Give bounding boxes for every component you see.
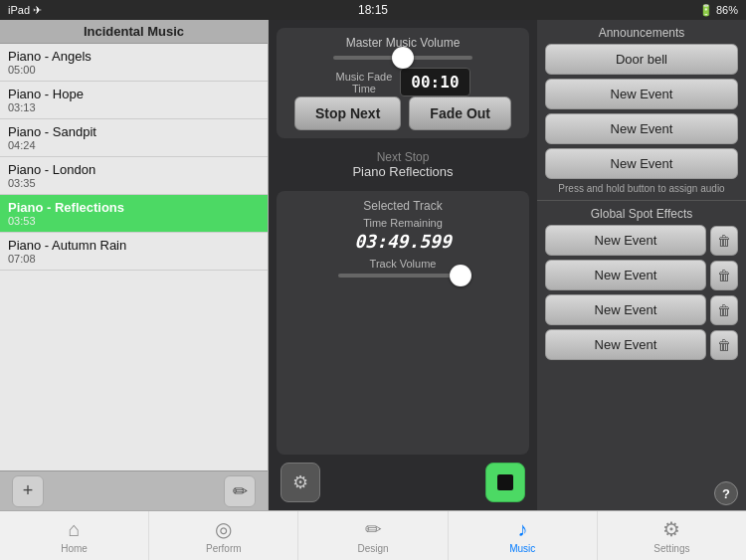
- tab-icon: ♪: [517, 518, 527, 541]
- master-volume-section: Master Music Volume Music FadeTime 00:10…: [277, 28, 529, 138]
- spot-effect-button[interactable]: New Event: [545, 329, 706, 360]
- announcement-button[interactable]: New Event: [545, 79, 738, 109]
- stop-next-button[interactable]: Stop Next: [294, 96, 401, 130]
- spot-effect-row: New Event 🗑: [545, 329, 738, 360]
- status-bar: iPad ✈ 18:15 🔋 86%: [0, 0, 746, 20]
- help-button[interactable]: ?: [714, 481, 738, 505]
- next-stop-value: Piano Reflections: [352, 164, 453, 179]
- announcements-buttons: Door bellNew EventNew EventNew Event: [545, 44, 738, 179]
- master-volume-slider-track[interactable]: [333, 56, 472, 60]
- ipad-label: iPad ✈: [8, 4, 42, 17]
- track-volume-slider-track[interactable]: [338, 274, 467, 278]
- track-name: Piano - Angels: [8, 49, 260, 64]
- main-content: Incidental Music Piano - Angels 05:00 Pi…: [0, 20, 746, 510]
- track-list-footer: + ✏: [0, 470, 268, 510]
- stop-icon: [497, 474, 513, 490]
- trash-button[interactable]: 🗑: [710, 330, 738, 360]
- fade-out-button[interactable]: Fade Out: [409, 96, 511, 130]
- selected-track-label: Selected Track: [288, 199, 517, 213]
- announcement-button[interactable]: Door bell: [545, 44, 738, 75]
- spot-effects-list: New Event 🗑 New Event 🗑 New Event 🗑 New …: [545, 225, 738, 360]
- spot-effect-button[interactable]: New Event: [545, 260, 706, 290]
- battery-label: 🔋 86%: [699, 4, 738, 17]
- spot-effect-button[interactable]: New Event: [545, 225, 706, 256]
- trash-button[interactable]: 🗑: [710, 295, 738, 325]
- announcement-button[interactable]: New Event: [545, 113, 738, 144]
- selected-track-section: Selected Track Time Remaining 03:49.599 …: [277, 191, 529, 455]
- center-footer: ⚙: [277, 463, 529, 502]
- track-volume-slider-container: [288, 274, 517, 278]
- center-panel: Master Music Volume Music FadeTime 00:10…: [269, 20, 537, 510]
- spot-effects-section: Global Spot Effects New Event 🗑 New Even…: [537, 201, 746, 510]
- track-volume-label: Track Volume: [288, 258, 517, 270]
- tab-icon: ◎: [215, 517, 232, 541]
- track-name: Piano - Autumn Rain: [8, 238, 260, 253]
- status-right: 🔋 86%: [699, 4, 738, 17]
- track-duration: 03:13: [8, 101, 260, 113]
- announcements-hint: Press and hold button to assign audio: [545, 183, 738, 194]
- stop-button[interactable]: [485, 463, 525, 502]
- track-item[interactable]: Piano - London 03:35: [0, 157, 268, 195]
- fade-time-row: Music FadeTime 00:10: [288, 68, 517, 96]
- trash-button[interactable]: 🗑: [710, 261, 738, 290]
- tab-label: Music: [509, 543, 535, 554]
- track-list-panel: Incidental Music Piano - Angels 05:00 Pi…: [0, 20, 269, 510]
- tab-label: Home: [61, 543, 88, 554]
- tab-item-home[interactable]: ⌂ Home: [0, 511, 149, 560]
- track-duration: 04:24: [8, 139, 260, 151]
- announcements-header: Announcements: [545, 26, 738, 40]
- track-item[interactable]: Piano - Hope 03:13: [0, 82, 268, 119]
- track-duration: 03:35: [8, 177, 260, 189]
- track-name: Piano - Sandpit: [8, 124, 260, 139]
- master-volume-slider-container: [288, 56, 517, 60]
- time-remaining-value: 03:49.599: [288, 231, 517, 252]
- tab-icon: ⌂: [69, 518, 81, 541]
- right-panel: Announcements Door bellNew EventNew Even…: [537, 20, 746, 510]
- track-item[interactable]: Piano - Angels 05:00: [0, 44, 268, 82]
- track-duration: 07:08: [8, 253, 260, 265]
- track-volume-slider-thumb[interactable]: [450, 265, 471, 286]
- tab-bar: ⌂ Home ◎ Perform ✏ Design ♪ Music ⚙ Sett…: [0, 510, 746, 560]
- announcement-button[interactable]: New Event: [545, 148, 738, 179]
- tab-label: Design: [357, 543, 388, 554]
- track-duration: 03:53: [8, 215, 260, 227]
- tab-label: Settings: [653, 543, 689, 554]
- announcements-section: Announcements Door bellNew EventNew Even…: [537, 20, 746, 201]
- spot-effect-button[interactable]: New Event: [545, 294, 706, 325]
- track-duration: 05:00: [8, 64, 260, 76]
- track-list-header: Incidental Music: [0, 20, 268, 44]
- trash-button[interactable]: 🗑: [710, 226, 738, 256]
- fade-time-label: Music FadeTime: [335, 71, 392, 94]
- spot-effects-header: Global Spot Effects: [545, 207, 738, 221]
- tab-item-music[interactable]: ♪ Music: [449, 511, 598, 560]
- time-remaining-label: Time Remaining: [288, 217, 517, 229]
- track-name: Piano - London: [8, 162, 260, 177]
- spot-effect-row: New Event 🗑: [545, 260, 738, 290]
- next-stop-label: Next Stop: [377, 150, 430, 164]
- track-item[interactable]: Piano - Autumn Rain 07:08: [0, 233, 268, 271]
- edit-track-button[interactable]: ✏: [224, 475, 256, 507]
- tab-icon: ✏: [365, 517, 382, 541]
- next-stop-area: Next Stop Piano Reflections: [277, 146, 529, 183]
- track-name: Piano - Reflections: [8, 200, 260, 215]
- tab-item-perform[interactable]: ◎ Perform: [149, 511, 298, 560]
- track-item[interactable]: Piano - Reflections 03:53: [0, 195, 268, 233]
- status-time: 18:15: [358, 3, 388, 17]
- track-list: Piano - Angels 05:00 Piano - Hope 03:13 …: [0, 44, 268, 470]
- tab-item-settings[interactable]: ⚙ Settings: [598, 511, 746, 560]
- track-name: Piano - Hope: [8, 87, 260, 101]
- tab-label: Perform: [206, 543, 242, 554]
- control-buttons: Stop Next Fade Out: [288, 96, 517, 130]
- settings-button[interactable]: ⚙: [280, 463, 320, 502]
- master-volume-slider-thumb[interactable]: [392, 47, 414, 69]
- add-track-button[interactable]: +: [12, 475, 44, 507]
- tab-icon: ⚙: [662, 517, 680, 541]
- spot-effect-row: New Event 🗑: [545, 225, 738, 256]
- track-item[interactable]: Piano - Sandpit 04:24: [0, 119, 268, 157]
- tab-item-design[interactable]: ✏ Design: [298, 511, 448, 560]
- spot-effect-row: New Event 🗑: [545, 294, 738, 325]
- fade-time-display[interactable]: 00:10: [400, 68, 469, 96]
- gear-icon: ⚙: [292, 471, 308, 493]
- status-left: iPad ✈: [8, 4, 42, 17]
